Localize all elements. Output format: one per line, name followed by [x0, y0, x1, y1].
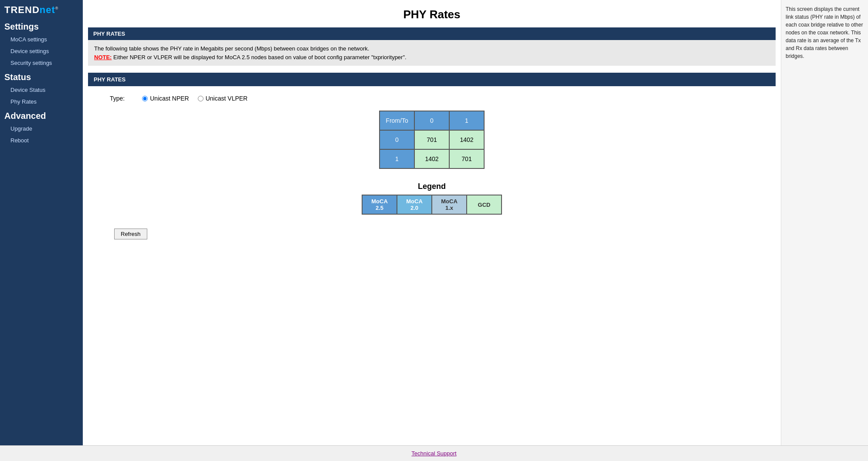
section-title-settings: Settings [0, 18, 83, 34]
phy-table-wrapper: From/To 0 1 0 701 1402 1 140 [101, 111, 763, 169]
button-row: Refresh [101, 225, 763, 243]
sidebar-item-reboot[interactable]: Reboot [0, 135, 83, 146]
radio-input-nper[interactable] [142, 96, 148, 101]
section-title-status: Status [0, 69, 83, 84]
note-label: NOTE: [94, 54, 112, 61]
logo: TRENDnet® [4, 4, 58, 16]
main-content: PHY Rates PHY RATES The following table … [83, 0, 781, 445]
type-label: Type: [110, 95, 125, 102]
help-panel: This screen displays the current link st… [781, 0, 868, 445]
info-box: The following table shows the PHY rate i… [88, 40, 776, 66]
top-section-header: PHY RATES [88, 27, 776, 40]
radio-nper-label: Unicast NPER [150, 95, 189, 102]
sidebar-item-phy-rates[interactable]: Phy Rates [0, 96, 83, 108]
table-row-1: 1 1402 701 [380, 149, 484, 168]
sidebar-item-device-status[interactable]: Device Status [0, 84, 83, 96]
corner-cell: From/To [380, 111, 414, 130]
legend-moca1x: MoCA1.x [432, 195, 467, 214]
table-header-row: From/To 0 1 [380, 111, 484, 130]
legend-table: MoCA2.5 MoCA2.0 MoCA1.x GCD [362, 195, 502, 215]
phy-content: Type: Unicast NPER Unicast VLPER [88, 86, 776, 252]
col-header-1: 1 [449, 111, 484, 130]
cell-1-0: 1402 [414, 149, 449, 168]
legend-section: Legend MoCA2.5 MoCA2.0 MoCA1.x GCD [101, 182, 763, 215]
col-header-0: 0 [414, 111, 449, 130]
refresh-button[interactable]: Refresh [114, 229, 147, 239]
row-header-0: 0 [380, 130, 414, 149]
content-area: PHY Rates PHY RATES The following table … [83, 0, 868, 445]
section-title-advanced: Advanced [0, 108, 83, 123]
type-row: Type: Unicast NPER Unicast VLPER [110, 95, 763, 102]
technical-support-link[interactable]: Technical Support [411, 450, 456, 457]
row-header-1: 1 [380, 149, 414, 168]
sidebar-item-moca-settings[interactable]: MoCA settings [0, 34, 83, 45]
legend-moca25: MoCA2.5 [362, 195, 397, 214]
note-text: Either NPER or VLPER will be displayed f… [113, 54, 407, 61]
radio-vlper[interactable]: Unicast VLPER [198, 95, 248, 102]
radio-nper[interactable]: Unicast NPER [142, 95, 189, 102]
sidebar-item-upgrade[interactable]: Upgrade [0, 123, 83, 135]
logo-area: TRENDnet® [0, 0, 83, 18]
page-title: PHY Rates [83, 0, 781, 27]
cell-0-1: 1402 [449, 130, 484, 149]
cell-1-1: 701 [449, 149, 484, 168]
phy-rates-inner-header: PHY RATES [88, 73, 776, 86]
sidebar: TRENDnet® Settings MoCA settings Device … [0, 0, 83, 445]
phy-rates-section: PHY RATES Type: Unicast NPER Unicast VLP… [88, 73, 776, 252]
legend-gcd: GCD [467, 195, 502, 214]
footer: Technical Support [0, 445, 868, 461]
help-text: This screen displays the current link st… [786, 6, 863, 59]
legend-moca20: MoCA2.0 [397, 195, 432, 214]
radio-vlper-label: Unicast VLPER [206, 95, 248, 102]
legend-row: MoCA2.5 MoCA2.0 MoCA1.x GCD [362, 195, 502, 214]
table-row-0: 0 701 1402 [380, 130, 484, 149]
info-text: The following table shows the PHY rate i… [94, 45, 369, 52]
sidebar-item-device-settings[interactable]: Device settings [0, 45, 83, 57]
legend-title: Legend [418, 182, 446, 191]
radio-input-vlper[interactable] [198, 96, 203, 101]
phy-table: From/To 0 1 0 701 1402 1 140 [379, 111, 485, 169]
cell-0-0: 701 [414, 130, 449, 149]
sidebar-item-security-settings[interactable]: Security settings [0, 57, 83, 69]
